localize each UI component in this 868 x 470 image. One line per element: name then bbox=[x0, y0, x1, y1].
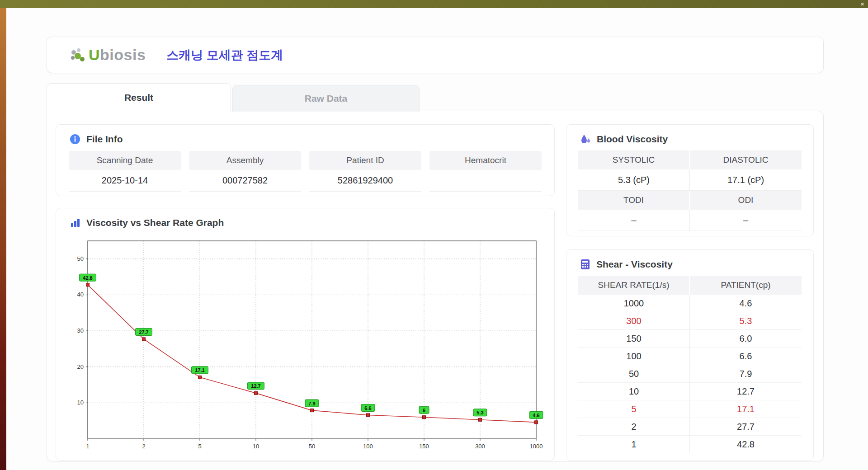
field-label: Patient ID bbox=[309, 151, 421, 170]
field-value: 52861929400 bbox=[309, 170, 421, 192]
shear-rate-cell: 1000 bbox=[578, 295, 690, 312]
ubiosis-logo: Ubiosis bbox=[69, 46, 146, 64]
field-value: 2025-10-14 bbox=[69, 170, 181, 192]
app-header: Ubiosis 스캐닝 모세관 점도계 bbox=[47, 37, 824, 73]
page-title: 스캐닝 모세관 점도계 bbox=[166, 47, 283, 63]
svg-text:50: 50 bbox=[309, 443, 315, 450]
blood-viscosity-table: SYSTOLIC DIASTOLIC 5.3 (cP) 17.1 (cP) TO… bbox=[578, 150, 802, 231]
result-content: File Info Scanning Date 2025-10-14 Assem… bbox=[47, 111, 824, 461]
svg-text:6.6: 6.6 bbox=[364, 405, 371, 411]
svg-text:300: 300 bbox=[475, 443, 485, 450]
shear-rate-cell: 300 bbox=[578, 312, 690, 330]
logo-rest: biosis bbox=[100, 46, 146, 63]
field-label: Hematocrit bbox=[429, 151, 542, 170]
systolic-header: SYSTOLIC bbox=[578, 150, 690, 169]
svg-text:40: 40 bbox=[77, 291, 84, 298]
blood-viscosity-header: Blood Viscosity bbox=[566, 125, 813, 145]
logo-text: Ubiosis bbox=[89, 46, 146, 64]
field-label: Assembly bbox=[189, 151, 301, 170]
shear-rate-cell: 10 bbox=[578, 383, 690, 400]
diastolic-value: 17.1 (cP) bbox=[690, 169, 802, 191]
shear-rate-cell: 1 bbox=[578, 436, 690, 453]
blood-viscosity-panel: Blood Viscosity SYSTOLIC DIASTOLIC 5.3 (… bbox=[566, 124, 814, 236]
viscosity-graph-panel: Viscosity vs Shear Rate Graph 1251050100… bbox=[56, 208, 555, 461]
field-hematocrit: Hematocrit bbox=[429, 151, 542, 192]
patient-cell: 6.0 bbox=[690, 330, 802, 348]
svg-text:4.6: 4.6 bbox=[533, 413, 539, 418]
calculator-icon bbox=[580, 259, 590, 270]
shear-rate-cell: 150 bbox=[578, 330, 690, 348]
svg-text:2: 2 bbox=[142, 443, 145, 450]
svg-text:10: 10 bbox=[77, 399, 84, 406]
logo-u: U bbox=[89, 46, 100, 63]
svg-text:5: 5 bbox=[198, 443, 201, 450]
patient-column-header: PATIENT(cp) bbox=[690, 276, 802, 295]
svg-text:150: 150 bbox=[419, 443, 429, 450]
svg-text:50: 50 bbox=[77, 255, 84, 262]
diastolic-header: DIASTOLIC bbox=[690, 150, 802, 169]
blood-drop-icon bbox=[580, 134, 591, 145]
shear-rate-cell: 100 bbox=[578, 348, 690, 365]
file-info-panel: File Info Scanning Date 2025-10-14 Assem… bbox=[56, 124, 555, 196]
svg-text:27.7: 27.7 bbox=[139, 329, 148, 335]
close-icon[interactable]: × bbox=[860, 0, 864, 8]
file-info-title: File Info bbox=[86, 134, 123, 145]
odi-value: – bbox=[690, 210, 802, 231]
field-patient-id: Patient ID 52861929400 bbox=[309, 151, 421, 192]
svg-text:17.1: 17.1 bbox=[195, 367, 204, 373]
patient-cell: 6.6 bbox=[690, 348, 802, 365]
graph-header: Viscosity vs Shear Rate Graph bbox=[56, 208, 554, 228]
tab-raw-data-label: Raw Data bbox=[305, 93, 348, 104]
patient-cell: 5.3 bbox=[690, 312, 802, 330]
svg-text:10: 10 bbox=[253, 443, 259, 450]
svg-text:1: 1 bbox=[86, 443, 89, 450]
todi-header: TODI bbox=[578, 191, 690, 210]
ubiosis-logo-icon bbox=[69, 47, 86, 64]
shear-rate-cell: 50 bbox=[578, 365, 690, 383]
todi-value: – bbox=[578, 210, 690, 231]
patient-cell: 42.8 bbox=[690, 436, 802, 453]
field-value: 000727582 bbox=[189, 170, 301, 192]
systolic-value: 5.3 (cP) bbox=[578, 169, 690, 191]
file-info-fields: Scanning Date 2025-10-14 Assembly 000727… bbox=[69, 151, 542, 192]
info-icon bbox=[70, 134, 80, 145]
shear-viscosity-title: Shear - Viscosity bbox=[596, 259, 673, 270]
graph-title: Viscosity vs Shear Rate Graph bbox=[86, 217, 224, 228]
patient-cell: 7.9 bbox=[690, 365, 802, 383]
svg-text:30: 30 bbox=[77, 327, 84, 334]
odi-header: ODI bbox=[690, 191, 802, 210]
patient-cell: 27.7 bbox=[690, 418, 802, 436]
patient-cell: 4.6 bbox=[690, 295, 802, 312]
svg-text:100: 100 bbox=[363, 443, 373, 450]
tab-result-label: Result bbox=[124, 92, 153, 103]
svg-text:5.3: 5.3 bbox=[476, 410, 483, 415]
svg-text:20: 20 bbox=[77, 363, 84, 370]
tab-result[interactable]: Result bbox=[47, 83, 231, 112]
bar-chart-icon bbox=[70, 217, 80, 228]
field-assembly: Assembly 000727582 bbox=[189, 151, 301, 192]
svg-text:1000: 1000 bbox=[530, 443, 543, 450]
field-value bbox=[429, 170, 542, 192]
shear-viscosity-table: SHEAR RATE(1/s) PATIENT(cp) 1000 4.6 300… bbox=[578, 276, 802, 453]
shear-viscosity-panel: Shear - Viscosity SHEAR RATE(1/s) PATIEN… bbox=[566, 249, 814, 461]
shear-rate-cell: 2 bbox=[578, 418, 690, 436]
field-scanning-date: Scanning Date 2025-10-14 bbox=[69, 151, 181, 192]
patient-cell: 17.1 bbox=[690, 400, 802, 418]
viscosity-chart: 12510501001503001000102030405042.827.717… bbox=[60, 232, 551, 455]
svg-text:12.7: 12.7 bbox=[251, 383, 260, 389]
shear-rate-cell: 5 bbox=[578, 400, 690, 418]
tab-raw-data[interactable]: Raw Data bbox=[232, 85, 420, 112]
field-label: Scanning Date bbox=[69, 151, 181, 170]
file-info-header: File Info bbox=[56, 125, 554, 145]
window-title-bar: × bbox=[0, 0, 868, 8]
svg-text:6: 6 bbox=[423, 408, 425, 413]
patient-cell: 12.7 bbox=[690, 383, 802, 400]
shear-viscosity-header: Shear - Viscosity bbox=[566, 250, 813, 270]
shear-rate-column-header: SHEAR RATE(1/s) bbox=[578, 276, 690, 295]
blood-viscosity-title: Blood Viscosity bbox=[597, 134, 668, 145]
svg-text:42.8: 42.8 bbox=[83, 275, 92, 281]
background-edge bbox=[0, 8, 6, 470]
svg-text:7.9: 7.9 bbox=[308, 401, 315, 406]
